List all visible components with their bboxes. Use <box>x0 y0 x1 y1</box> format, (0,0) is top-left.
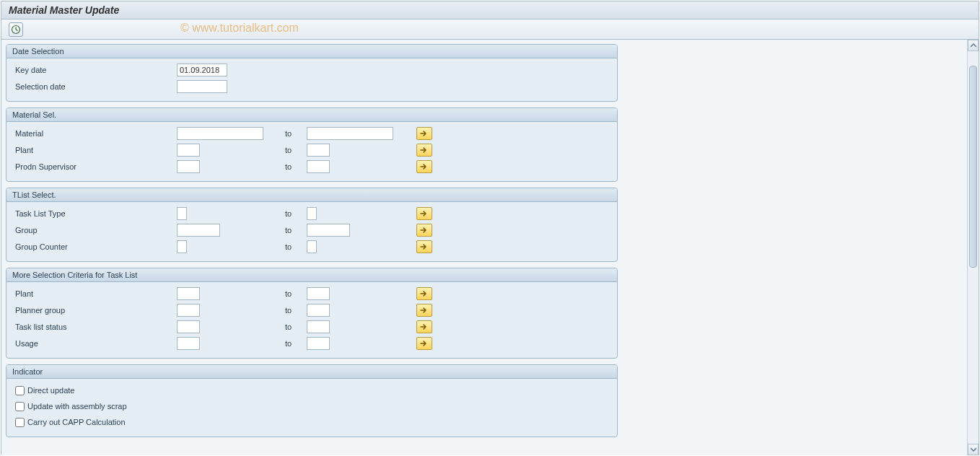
planner-group-from-input[interactable] <box>177 304 200 317</box>
usage-to-input[interactable] <box>307 337 330 350</box>
chevron-down-icon <box>971 447 976 452</box>
task-list-type-from-input[interactable] <box>177 207 187 220</box>
to-label: to <box>285 226 307 234</box>
multiple-selection-button[interactable] <box>416 287 432 300</box>
toolbar <box>1 19 979 40</box>
direct-update-checkbox[interactable] <box>15 386 25 395</box>
group-material-sel: Material Sel. MaterialtoPlanttoProdn Sup… <box>6 108 618 182</box>
field-label: Group Counter <box>12 242 177 251</box>
carry-out-capp-calculation-checkbox[interactable] <box>15 418 25 427</box>
group-counter-from-input[interactable] <box>177 240 187 253</box>
clock-icon <box>11 25 21 35</box>
group-header: Indicator <box>6 365 617 379</box>
scroll-up-button[interactable] <box>968 40 979 51</box>
scroll-down-button[interactable] <box>968 444 979 455</box>
field-label: Plant <box>12 146 177 154</box>
selection-date-input[interactable] <box>177 80 227 93</box>
group-counter-to-input[interactable] <box>307 240 317 253</box>
chevron-up-icon <box>971 43 976 48</box>
group-to-input[interactable] <box>307 224 350 237</box>
to-label: to <box>285 162 307 171</box>
field-label: Prodn Supervisor <box>12 162 177 171</box>
multiple-selection-button[interactable] <box>416 337 432 350</box>
multiple-selection-button[interactable] <box>416 207 432 220</box>
prodn-supervisor-from-input[interactable] <box>177 160 200 173</box>
field-label: Plant <box>12 289 177 298</box>
field-label: Planner group <box>12 306 177 315</box>
plant-from-input[interactable] <box>177 287 200 300</box>
group-date-selection: Date Selection Key date Selection date <box>6 44 618 102</box>
plant-to-input[interactable] <box>307 144 330 157</box>
page-title: Material Master Update <box>1 1 979 19</box>
group-header: More Selection Criteria for Task List <box>6 268 617 282</box>
arrow-right-icon <box>420 290 429 297</box>
vertical-scrollbar[interactable] <box>967 40 979 455</box>
multiple-selection-button[interactable] <box>416 304 432 317</box>
svg-line-2 <box>16 30 18 31</box>
arrow-right-icon <box>420 243 429 250</box>
scroll-track[interactable] <box>968 51 979 444</box>
multiple-selection-button[interactable] <box>416 127 432 140</box>
group-header: Material Sel. <box>6 108 617 122</box>
update-with-assembly-scrap-checkbox[interactable] <box>15 402 25 411</box>
scroll-thumb[interactable] <box>969 66 977 268</box>
arrow-right-icon <box>420 340 429 347</box>
task-list-type-to-input[interactable] <box>307 207 317 220</box>
arrow-right-icon <box>420 210 429 217</box>
group-header: Date Selection <box>6 45 617 58</box>
field-label: Usage <box>12 339 177 348</box>
arrow-right-icon <box>420 130 429 137</box>
field-label: Material <box>12 129 177 138</box>
carry-out-capp-calculation-label: Carry out CAPP Calculation <box>27 418 126 426</box>
plant-from-input[interactable] <box>177 144 200 157</box>
to-label: to <box>285 323 307 331</box>
to-label: to <box>285 242 307 251</box>
to-label: to <box>285 339 307 348</box>
multiple-selection-button[interactable] <box>416 144 432 157</box>
key-date-input[interactable] <box>177 63 227 76</box>
group-tlist-select: TList Select. Task List TypetoGrouptoGro… <box>6 188 618 262</box>
to-label: to <box>285 146 307 154</box>
arrow-right-icon <box>420 323 429 330</box>
usage-from-input[interactable] <box>177 337 200 350</box>
group-header: TList Select. <box>6 188 617 202</box>
group-more-criteria: More Selection Criteria for Task List Pl… <box>6 268 618 359</box>
to-label: to <box>285 289 307 298</box>
to-label: to <box>285 129 307 138</box>
field-label: Task List Type <box>12 209 177 218</box>
field-label: Group <box>12 226 177 234</box>
arrow-right-icon <box>420 163 429 170</box>
arrow-right-icon <box>420 146 429 154</box>
arrow-right-icon <box>420 307 429 314</box>
multiple-selection-button[interactable] <box>416 160 432 173</box>
field-label: Task list status <box>12 323 177 331</box>
update-with-assembly-scrap-label: Update with assembly scrap <box>27 402 127 411</box>
material-to-input[interactable] <box>307 127 393 140</box>
task-list-status-to-input[interactable] <box>307 320 330 333</box>
group-indicator: Indicator Direct updateUpdate with assem… <box>6 364 618 437</box>
arrow-right-icon <box>420 227 429 234</box>
to-label: to <box>285 209 307 218</box>
execute-button[interactable] <box>9 22 23 37</box>
direct-update-label: Direct update <box>27 386 74 395</box>
selection-date-label: Selection date <box>12 82 177 91</box>
task-list-status-from-input[interactable] <box>177 320 200 333</box>
key-date-label: Key date <box>12 66 177 74</box>
prodn-supervisor-to-input[interactable] <box>307 160 330 173</box>
to-label: to <box>285 306 307 315</box>
plant-to-input[interactable] <box>307 287 330 300</box>
multiple-selection-button[interactable] <box>416 240 432 253</box>
multiple-selection-button[interactable] <box>416 224 432 237</box>
planner-group-to-input[interactable] <box>307 304 330 317</box>
material-from-input[interactable] <box>177 127 263 140</box>
group-from-input[interactable] <box>177 224 220 237</box>
multiple-selection-button[interactable] <box>416 320 432 333</box>
